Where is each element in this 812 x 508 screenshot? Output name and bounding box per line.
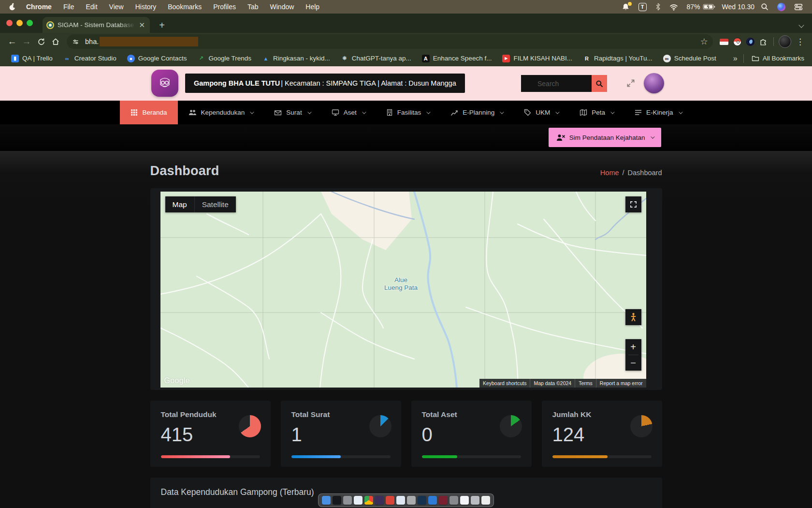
crime-data-button[interactable]: Sim Pendataan Kejahatan — [549, 128, 661, 147]
menu-file[interactable]: File — [58, 3, 80, 11]
menu-profiles[interactable]: Profiles — [208, 3, 241, 11]
report-map-error-link[interactable]: Report a map error — [596, 379, 646, 388]
bookmark-item[interactable]: RRapidtags | YouTu... — [578, 55, 658, 62]
map-type-satellite-button[interactable]: Satellite — [194, 196, 236, 212]
menu-help[interactable]: Help — [300, 3, 325, 11]
dock-app-icon[interactable] — [407, 496, 416, 505]
notification-bell-icon[interactable] — [619, 3, 632, 11]
browser-menu-icon[interactable]: ⋮ — [793, 37, 807, 47]
address-bar[interactable]: bha. ☆ — [67, 34, 713, 49]
terms-link[interactable]: Terms — [575, 379, 596, 388]
tab-close-icon[interactable]: ✕ — [138, 21, 146, 30]
teams-t-icon[interactable]: T — [636, 3, 649, 11]
map-attribution: Keyboard shortcuts Map data ©2024 Terms … — [479, 379, 646, 388]
bookmark-item[interactable]: ∞Creator Studio — [58, 55, 122, 62]
zoom-in-button[interactable]: + — [625, 339, 641, 355]
bookmark-item[interactable]: ∞Schedule Post — [658, 55, 722, 62]
control-center-icon[interactable] — [792, 3, 805, 11]
close-window-button[interactable] — [6, 20, 13, 26]
dock-app-icon[interactable] — [386, 496, 394, 505]
apple-icon[interactable] — [7, 3, 20, 11]
zoom-out-button[interactable]: − — [625, 355, 641, 371]
menu-chrome[interactable]: Chrome — [21, 3, 57, 11]
nav-item-ukm[interactable]: UKM — [513, 101, 569, 124]
bookmarks-overflow-chevron[interactable]: » — [733, 54, 738, 63]
nav-item-surat[interactable]: Surat — [263, 101, 320, 124]
keyboard-shortcuts-link[interactable]: Keyboard shortcuts — [479, 379, 530, 388]
spotlight-search-icon[interactable] — [758, 3, 771, 11]
dock-app-icon[interactable] — [354, 496, 362, 505]
chevron-down-icon — [610, 110, 614, 114]
pokeball-extension-icon[interactable] — [733, 38, 741, 46]
menu-window[interactable]: Window — [265, 3, 300, 11]
bookmark-item[interactable]: ▶FILM KISAH NABI... — [497, 55, 578, 62]
dock-app-icon[interactable] — [375, 496, 384, 505]
nav-item-ekinerja[interactable]: E-Kinerja — [624, 101, 692, 124]
stats-row: Total Penduduk 415 Total Surat 1 Total A… — [150, 401, 662, 467]
dock-app-icon[interactable] — [450, 496, 458, 505]
siri-icon[interactable] — [775, 3, 788, 11]
all-bookmarks-button[interactable]: All Bookmarks — [750, 55, 806, 62]
bookmark-item[interactable]: ●Google Contacts — [122, 55, 192, 62]
site-logo[interactable] — [151, 70, 178, 97]
menu-history[interactable]: History — [130, 3, 162, 11]
bookmark-item[interactable]: ↗Google Trends — [192, 55, 257, 62]
dock-app-icon[interactable] — [396, 496, 405, 505]
nav-item-peta[interactable]: Peta — [569, 101, 624, 124]
map-type-map-button[interactable]: Map — [165, 196, 194, 212]
dock-app-icon[interactable] — [343, 496, 352, 505]
forward-button[interactable]: → — [19, 34, 34, 49]
gampong-info-badge: Gampong BHA ULE TUTU | Kecamatan : SIMPA… — [185, 74, 465, 93]
user-avatar[interactable] — [644, 73, 664, 93]
google-map[interactable]: Alue Lueng Pata Map Satellite + — [160, 192, 646, 388]
profile-avatar[interactable] — [779, 35, 791, 48]
dock-app-icon[interactable] — [322, 496, 331, 505]
extensions-puzzle-icon[interactable] — [759, 38, 768, 46]
bookmark-item[interactable]: AEnhance Speech f... — [417, 55, 497, 62]
fullscreen-toggle-icon[interactable] — [623, 75, 639, 91]
flag-extension-icon[interactable] — [720, 39, 728, 45]
screen: Chrome File Edit View History Bookmarks … — [0, 0, 812, 508]
nav-item-aset[interactable]: Aset — [321, 101, 376, 124]
zoom-window-button[interactable] — [27, 20, 33, 26]
dock-app-icon[interactable] — [428, 496, 437, 505]
nav-item-fasilitas[interactable]: Fasilitas — [376, 101, 440, 124]
minimize-window-button[interactable] — [16, 20, 23, 26]
street-view-pegman[interactable] — [625, 309, 641, 325]
search-input[interactable] — [521, 75, 592, 92]
nav-item-beranda[interactable]: Beranda — [120, 101, 177, 124]
menu-view[interactable]: View — [104, 3, 129, 11]
home-button[interactable] — [48, 34, 63, 49]
site-info-icon[interactable] — [70, 36, 81, 47]
tab-search-chevron-icon[interactable] — [799, 20, 807, 26]
bookmark-item[interactable]: ❋ChatGPT-tanya ap... — [335, 55, 417, 62]
dock-app-icon[interactable] — [481, 496, 490, 505]
dock-app-icon[interactable] — [471, 496, 479, 505]
menubar-clock[interactable]: Wed 10.30 — [722, 3, 754, 11]
back-button[interactable]: ← — [5, 34, 19, 49]
bookmark-item[interactable]: ▲Ringkasan - kykid... — [257, 55, 335, 62]
wifi-icon[interactable] — [667, 3, 681, 11]
people-icon — [188, 109, 197, 116]
new-tab-button[interactable]: + — [156, 19, 168, 31]
menu-tab[interactable]: Tab — [242, 3, 264, 11]
dock-app-icon[interactable] — [333, 496, 341, 505]
nav-item-kependudukan[interactable]: Kependudukan — [178, 101, 264, 124]
battery-status[interactable]: 87% — [684, 3, 718, 11]
menu-edit[interactable]: Edit — [80, 3, 102, 11]
dock-app-icon[interactable] — [460, 496, 469, 505]
menu-bookmarks[interactable]: Bookmarks — [162, 3, 207, 11]
bookmark-star-icon[interactable]: ☆ — [698, 36, 710, 47]
browser-tab[interactable]: SIGAM - Sistem Database Ga ✕ — [43, 17, 150, 33]
search-button[interactable] — [592, 75, 607, 92]
dock-app-icon[interactable] — [364, 496, 373, 505]
reload-button[interactable] — [34, 34, 48, 49]
bluetooth-icon[interactable] — [653, 3, 663, 11]
dock-app-icon[interactable] — [439, 496, 448, 505]
dock-app-icon[interactable] — [418, 496, 426, 505]
bookmark-item[interactable]: ▮QA | Trello — [6, 55, 58, 62]
darkmode-extension-icon[interactable] — [746, 38, 754, 46]
nav-item-eplanning[interactable]: E-Planning — [440, 101, 513, 124]
map-fullscreen-button[interactable] — [625, 196, 641, 212]
breadcrumb-home-link[interactable]: Home — [600, 169, 619, 177]
